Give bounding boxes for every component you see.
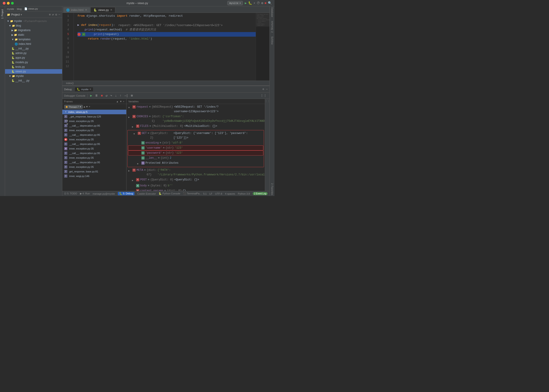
coverage-icon[interactable]: ⚡ (253, 1, 255, 5)
tree-item-mysite-sub[interactable]: ▼ 📁 mysite (5, 74, 62, 78)
fullscreen-button[interactable] (11, 2, 14, 5)
encoding-status[interactable]: UTF-8 (215, 192, 222, 195)
tree-item-blog[interactable]: ▼ 📁 blog (5, 23, 62, 28)
pause-btn[interactable]: ⏸ (94, 93, 99, 98)
code-content[interactable]: from django.shortcuts import render, Htt… (74, 13, 256, 81)
var-item-encoding[interactable]: s encoding = {str} 'utf-8' (128, 140, 263, 145)
debug-tab-active[interactable]: 🐛 5: Debug (118, 192, 135, 195)
list-item[interactable]: fget_response, base.py:81 (62, 169, 126, 174)
step-into-btn[interactable]: ↓ (114, 93, 118, 98)
var-item-content-params[interactable]: ▶ ≡ content_params = {dict: 0} {} (127, 188, 265, 191)
tree-item-templates[interactable]: ▼ 📁 templates (5, 37, 62, 42)
profile-icon[interactable]: ⏱ (257, 1, 260, 5)
list-item[interactable]: f__call__, deprecation.py:95 (62, 160, 126, 165)
terminal-item[interactable]: ⬛ Terminal (183, 192, 196, 195)
up-arrow-icon[interactable]: ▲ (84, 105, 85, 109)
close-panel-icon[interactable]: — (266, 88, 268, 91)
var-item-protected[interactable]: ▶ § Protected Attributes (128, 161, 263, 167)
tree-item-views-py[interactable]: 🐍 views.py (5, 69, 62, 74)
tab-close-icon[interactable]: ✕ (89, 88, 91, 91)
frame-item-active[interactable]: f index, views.py:5 (62, 110, 126, 114)
minimize-icon[interactable]: — (58, 13, 60, 16)
stop-icon[interactable]: ■ (265, 1, 266, 5)
var-item-body[interactable]: m body = {bytes: 0} b'' (127, 183, 265, 188)
add-frame-icon[interactable]: + (123, 100, 124, 103)
add-icon[interactable]: ⊕ (49, 13, 51, 16)
list-item[interactable]: f_get_response, base.py:126 (62, 114, 126, 119)
favorites-label[interactable]: 2: Favorites (271, 183, 273, 195)
tab-index-html[interactable]: 🌐 index.html ✕ (63, 7, 90, 13)
tab-close-icon[interactable]: ✕ (85, 8, 87, 11)
var-item-request[interactable]: ▼ ≡ request = {WSGIRequest} <WSGIRequest… (127, 105, 265, 114)
var-item-len[interactable]: i __len__ = {int} 2 (128, 155, 263, 161)
tab-close-icon[interactable]: ✕ (110, 8, 112, 11)
minimize-button[interactable] (7, 2, 10, 5)
add-icon[interactable]: + (89, 105, 90, 109)
list-item[interactable]: finner, exception.py:35 (62, 165, 126, 169)
database-label[interactable]: Database (271, 7, 273, 17)
list-item[interactable]: f__call__, deprecation.py:95 (62, 142, 126, 146)
var-item-cookies[interactable]: ▶ ≡ COOKIES = {dict: 1} {'csrftoken': 'y… (127, 114, 265, 124)
breadcrumb-blog[interactable]: blog (17, 7, 21, 10)
run-item[interactable]: ▶ 4: Run (80, 192, 90, 195)
rerun-btn[interactable]: ↺ (105, 93, 108, 98)
scroll-up-icon[interactable]: ▲ (66, 119, 68, 122)
var-item-username[interactable]: s 'username' = {str} '123' (128, 145, 263, 150)
project-label[interactable]: 1: Project (1, 9, 4, 19)
settings-icon[interactable]: ⚙ (263, 87, 264, 91)
run-icon[interactable]: ▶ (245, 1, 247, 5)
casbin-item[interactable]: Casbin Executor (137, 192, 156, 195)
list-item[interactable]: ⚙ inner, exception.py:35 (62, 146, 126, 151)
list-item[interactable]: f__call__, deprecation.py:95 (62, 151, 126, 155)
tree-item-tests-py[interactable]: 🐍 tests.py (5, 65, 62, 69)
list-item[interactable]: f__call__, deprecation.py:95 (62, 123, 126, 128)
step-over-btn[interactable]: ↷ (109, 93, 113, 98)
list-item[interactable]: finner, exception.py:35 (62, 155, 126, 160)
sciview-label[interactable]: SciView (271, 36, 273, 44)
down-icon[interactable]: ▼ (120, 100, 122, 103)
var-item-files[interactable]: ▶ ≡ FILES = {MultiValueDict: 0} <MultiVa… (127, 124, 265, 130)
up-icon[interactable]: ▲ (116, 100, 119, 103)
breadcrumb-views[interactable]: 📄 views.py (24, 7, 38, 10)
thread-selector[interactable]: Thread-7 ▾ (64, 105, 83, 109)
list-item[interactable]: finner, exception.py:35 (62, 119, 126, 123)
tree-item-init-py[interactable]: 🐍 __init__.py (5, 46, 62, 51)
var-item-meta[interactable]: ▶ ≡ META = {dict: 67} {'PATH': '/Library… (127, 168, 265, 177)
step-out-btn[interactable]: ↑ (119, 93, 122, 98)
sync-icon[interactable]: ⇄ (52, 13, 54, 16)
debug-icon[interactable]: 🐛 (248, 1, 252, 5)
restore-icon[interactable]: ⋮⋮ (265, 100, 270, 103)
structure-label[interactable]: 2: Structure (271, 21, 273, 33)
tree-item-apps-py[interactable]: 🐍 apps.py (5, 56, 62, 60)
var-item-get[interactable]: ▼ ≡ GET = {QueryDict: 2} <QueryDict: {'u… (128, 131, 263, 140)
tree-item-migrations[interactable]: ▶ 📁 migrations (5, 28, 62, 33)
search-icon[interactable]: 🔍 (268, 1, 272, 5)
event-log-badge[interactable]: 2 Event Log (253, 192, 268, 195)
stop-btn[interactable]: ■ (100, 93, 104, 98)
python-version[interactable]: Python 3.8 (238, 192, 250, 195)
close-button[interactable] (3, 2, 6, 5)
manage-item[interactable]: manage.py@mysite (93, 192, 115, 195)
tab-views-py[interactable]: 🐍 views.py ✕ (91, 7, 115, 13)
debug-tab-mysite[interactable]: 🐛 mysite ✕ (75, 87, 93, 91)
evaluate-btn[interactable]: ⊞ (130, 93, 134, 98)
list-item[interactable]: finner, wsgi.py:146 (62, 174, 126, 178)
tree-item-mysite-root[interactable]: ▼ 📁 mysite ~/PycharmProjects/m (5, 19, 62, 23)
list-item[interactable]: ■ inner, exception.py:35 (62, 137, 126, 142)
tab-debugger[interactable]: Debugger (64, 94, 75, 97)
todo-item[interactable]: ☑ 5: TODO (64, 192, 77, 195)
tree-item-admin-py[interactable]: 🐍 admin.py (5, 51, 62, 56)
tree-item-mysite-init[interactable]: 🐍 __init__ .py (5, 78, 62, 83)
settings-icon[interactable]: ⚙ (261, 1, 263, 5)
indent-status[interactable]: 4 spaces (225, 192, 235, 195)
resume-btn[interactable]: ▶ (89, 93, 93, 98)
cursor-position[interactable]: 5:1 (203, 192, 207, 195)
var-item-password[interactable]: s 'password' = {str} '123' (128, 150, 263, 155)
line-endings[interactable]: LF (209, 192, 212, 195)
run-to-cursor-btn[interactable]: →| (123, 93, 129, 98)
tree-item-index-html[interactable]: 🌐 index.html (5, 42, 62, 46)
more-btn[interactable]: ⋮⋮ (259, 93, 268, 98)
settings-icon[interactable]: ⚙ (55, 13, 57, 16)
tree-item-static[interactable]: ▶ 📁 static (5, 33, 62, 37)
tab-console[interactable]: Console (76, 94, 85, 97)
